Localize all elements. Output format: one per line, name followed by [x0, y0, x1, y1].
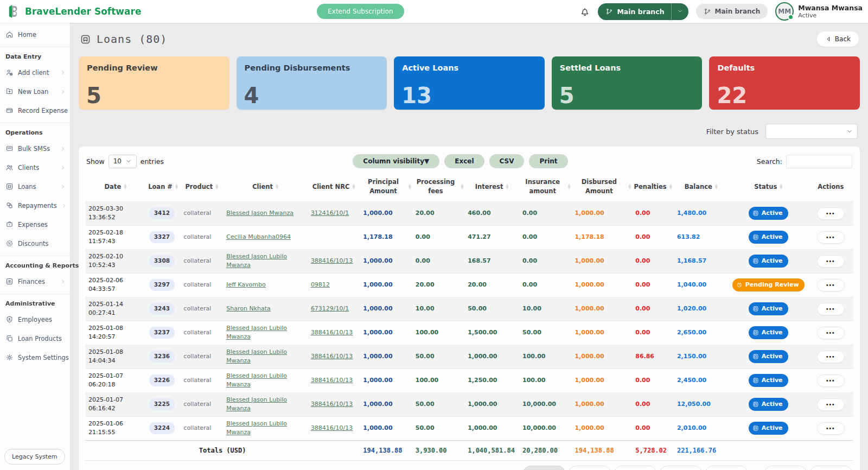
pagination-page-2[interactable]: 2 [569, 466, 611, 470]
stat-card-defaults[interactable]: Defaults 22 [709, 56, 860, 110]
page-size-select[interactable]: 10 [108, 155, 137, 168]
client-link[interactable]: Blessed Jason Lubilo Mwanza [226, 348, 287, 365]
column-header-client[interactable]: Client▲▼ [223, 173, 308, 201]
row-actions-button[interactable]: ••• [817, 398, 845, 411]
filter-by-status-select[interactable] [765, 124, 858, 139]
toolbar-button-csv[interactable]: CSV [489, 154, 525, 168]
column-header-principal-amount[interactable]: Principal Amount▲▼ [360, 173, 412, 201]
search-input[interactable] [786, 155, 852, 168]
column-header-client-nrc[interactable]: Client NRC▲▼ [308, 173, 360, 201]
cell-client-nrc: 388416/10/13 [308, 369, 360, 392]
column-header-penalties[interactable]: Penalties▲▼ [632, 173, 674, 201]
pagination-page-5[interactable]: 5 [705, 466, 748, 470]
client-link[interactable]: Blessed Jason Lubilo Mwanza [226, 372, 287, 389]
entries-label: entries [141, 157, 164, 166]
sidebar-item-repayments[interactable]: Repayments [0, 196, 70, 215]
sidebar-item-add-client[interactable]: Add client [0, 63, 70, 82]
column-header-processing-fees[interactable]: Processing fees▲▼ [412, 173, 464, 201]
user-menu[interactable]: MM Mwansa Mwansa Active [775, 2, 863, 21]
client-nrc-link[interactable]: 388416/10/13 [311, 257, 353, 264]
cell-status: Pending Review [729, 273, 808, 297]
client-link[interactable]: Blessed Jason Lubilo Mwanza [226, 420, 287, 436]
pagination-page-4[interactable]: 4 [660, 466, 702, 470]
column-header-loan[interactable]: Loan #▲▼ [146, 173, 181, 201]
sidebar-item-record-expense[interactable]: Record Expense [0, 101, 70, 120]
pagination-page-8[interactable]: 8 [764, 466, 807, 470]
client-link[interactable]: Jeff Kayombo [226, 281, 266, 288]
stat-card-active-loans[interactable]: Active Loans 13 [394, 56, 545, 110]
client-nrc-link[interactable]: 388416/10/13 [311, 401, 353, 408]
column-header-interest[interactable]: Interest▲▼ [464, 173, 519, 201]
sidebar-item-expenses[interactable]: Expenses [0, 215, 70, 234]
client-nrc-link[interactable]: 388416/10/13 [311, 353, 353, 360]
row-actions-button[interactable]: ••• [817, 207, 845, 220]
stat-card-pending-disbursements[interactable]: Pending Disbursements 4 [237, 56, 387, 110]
pagination-page-1[interactable]: 1 [523, 466, 565, 470]
column-header-actions[interactable]: Actions [808, 173, 853, 201]
column-header-date[interactable]: Date▲▼ [85, 173, 146, 201]
client-link[interactable]: Sharon Nkhata [226, 305, 271, 312]
client-nrc-link[interactable]: 388416/10/13 [311, 424, 353, 431]
row-actions-button[interactable]: ••• [817, 422, 845, 435]
client-nrc-link[interactable]: 312416/10/1 [311, 209, 349, 217]
cell-client-nrc [308, 225, 360, 249]
sidebar-item-loan-products[interactable]: Loan Products [0, 329, 70, 348]
cell-processing-fees: 0.00 [412, 225, 464, 249]
stat-card-label: Pending Disbursements [245, 63, 379, 72]
client-nrc-link[interactable]: 388416/10/13 [311, 329, 353, 336]
sidebar-item-new-loan[interactable]: New Loan [0, 82, 70, 101]
row-actions-button[interactable]: ••• [817, 374, 845, 387]
column-header-insurance-amount[interactable]: Insurance amount▲▼ [519, 173, 571, 201]
client-nrc-link[interactable]: 09812 [311, 281, 330, 288]
cell-loan-number: 3308 [146, 249, 181, 273]
sidebar-item-clients[interactable]: Clients [0, 158, 70, 177]
row-actions-button[interactable]: ••• [817, 327, 845, 339]
client-link[interactable]: Blessed Jason Lubilo Mwanza [226, 253, 287, 269]
discount-icon [5, 239, 14, 247]
client-link[interactable]: Blessed Jason Lubilo Mwanza [226, 396, 287, 412]
cell-status: Active [729, 249, 808, 273]
legacy-system-button[interactable]: Legacy System [4, 449, 65, 465]
toolbar-button-print[interactable]: Print [529, 154, 567, 168]
client-link[interactable]: Blessed Jason Mwanza [226, 209, 293, 217]
client-link[interactable]: Cecilia Mubanha0964 [226, 233, 291, 240]
sidebar-item-discounts[interactable]: Discounts [0, 234, 70, 253]
sidebar-item-employees[interactable]: Employees [0, 310, 70, 329]
column-header-status[interactable]: Status▲▼ [729, 173, 808, 201]
stat-card-pending-review[interactable]: Pending Review 5 [79, 56, 229, 110]
extend-subscription-button[interactable]: Extend Subscription [317, 4, 404, 19]
client-nrc-link[interactable]: 673129/10/1 [311, 305, 349, 312]
toolbar-button-column-visibility[interactable]: Column visibility▼ [353, 154, 439, 168]
client-link[interactable]: Blessed Jason Lubilo Mwanza [226, 325, 287, 341]
column-header-product[interactable]: Product▲▼ [180, 173, 223, 201]
row-actions-button[interactable]: ••• [817, 231, 845, 244]
sidebar-item-home[interactable]: Home [0, 25, 70, 44]
bell-icon[interactable] [579, 6, 590, 17]
sidebar-item-finances[interactable]: Finances [0, 272, 70, 291]
branch-selector-button[interactable]: Main branch [598, 3, 688, 20]
cell-interest: 1,250.00 [464, 369, 519, 392]
column-header-balance[interactable]: Balance▲▼ [674, 173, 729, 201]
stat-card-settled-loans[interactable]: Settled Loans 5 [552, 56, 703, 110]
row-actions-button[interactable]: ••• [817, 351, 845, 363]
pagination-page-3[interactable]: 3 [614, 466, 656, 470]
client-nrc-link[interactable]: 388416/10/13 [311, 377, 353, 384]
back-button[interactable]: Back [817, 31, 859, 47]
column-header-disbursed-amount[interactable]: Disbursed Amount▲▼ [571, 173, 632, 201]
chevron-down-icon [677, 8, 683, 14]
sidebar-item-loans[interactable]: Loans [0, 177, 70, 196]
toolbar-button-excel[interactable]: Excel [444, 154, 484, 168]
row-actions-button[interactable]: ••• [817, 303, 845, 315]
cell-insurance: 10.00 [519, 297, 571, 321]
sidebar-item-bulk-smss[interactable]: Bulk SMSs [0, 139, 70, 158]
row-actions-button[interactable]: ••• [817, 255, 845, 268]
sort-icon: ▲▼ [276, 184, 278, 189]
row-actions-button[interactable]: ••• [817, 279, 845, 291]
book-icon [5, 182, 14, 190]
pagination-next[interactable]: Next [810, 466, 852, 470]
sidebar-item-system-settings[interactable]: System Settings [0, 348, 70, 367]
folder-plus-icon [5, 87, 14, 96]
cell-interest: 20.00 [464, 273, 519, 297]
user-name: Mwansa Mwansa [798, 4, 863, 12]
sidebar-item-label: Loans [18, 183, 36, 190]
